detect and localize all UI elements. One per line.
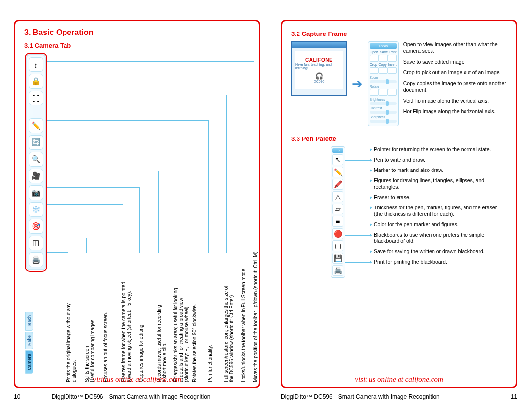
pen-icon[interactable]: ✏️ [29,118,43,133]
camera-tab-diagram: ↕ 🔒 ⛶ ✏️ 🔄 🔍 🎥 📷 ❄️ 🎯 ◫ 🖨️ Teach Make Ca… [24,53,250,388]
camera-toolbar: ↕ 🔒 ⛶ ✏️ 🔄 🔍 🎥 📷 ❄️ 🎯 ◫ 🖨️ [26,54,46,270]
print-icon[interactable]: 🖨️ [29,252,43,267]
save-bb-icon[interactable]: 💾 [332,253,343,264]
page-number: 10 [14,393,20,400]
pen-toolbar: – × ↖ ✏️ 🖍️ △ ▱ ≡ 🔴 ▢ 💾 🖨️ [331,146,345,278]
section-heading: 3. Basic Operation [24,28,250,37]
manual-page-right: 3.2 Capture Frame CALIFONE Have fun, tea… [281,20,517,388]
color-icon[interactable]: 🔴 [332,228,343,239]
insert-icon[interactable] [388,67,397,74]
tab-make[interactable]: Make [25,332,33,349]
move-icon[interactable]: ↕ [29,57,43,72]
blackboard-icon[interactable]: ▢ [332,240,343,251]
sharpness-slider[interactable] [370,120,397,123]
pen-palette-row: – × ↖ ✏️ 🖍️ △ ▱ ≡ 🔴 ▢ 💾 🖨️ Pointer for r… [291,146,507,278]
eraser-icon[interactable]: ▱ [332,204,343,214]
subsection-capture: 3.2 Capture Frame [291,30,507,37]
rotate-icon[interactable]: 🔄 [29,135,43,150]
label-freeze: Freezes frame for when the camera is poi… [121,282,132,382]
arrow-right-icon: ➔ [352,76,363,92]
hflip-icon[interactable] [379,89,388,96]
brand-tagline: Have fun, teaching, and learning! [295,63,343,69]
open-icon[interactable] [370,55,379,62]
tools-title: Tools [370,43,397,49]
model-label: DC596 [314,80,325,83]
save-icon[interactable] [379,55,388,62]
print-bb-icon[interactable]: 🖨️ [332,265,343,276]
label-lock: Locks/unlocks the toolbar when in Full S… [241,267,246,382]
split-icon[interactable]: ◫ [29,236,43,250]
lock-icon[interactable]: 🔒 [29,74,43,89]
freeze-icon[interactable]: ❄️ [29,202,43,217]
label-fullscreen: Full screen/restore icon; enlarges the s… [223,286,234,382]
pen-descriptions: Pointer for returning the screen to the … [360,146,507,269]
tab-teach[interactable]: Teach [25,312,33,331]
label-rotate: Rotates the selection 90° clockwise. [192,304,197,382]
label-print: Prints the original image without any di… [66,303,77,382]
pen-tool-icon[interactable]: ✏️ [332,167,343,177]
visit-link: visit us online at califone.com [15,376,259,384]
vflip-icon[interactable] [370,89,379,96]
label-focus: Focuses an out-of-focus screen. [103,312,108,382]
brand-logo: CALIFONE [305,57,332,63]
visit-link: visit us online at califone.com [282,376,516,384]
subsection-heading: 3.1 Camera Tab [24,42,250,49]
figures-icon[interactable]: △ [332,191,343,202]
label-zoom: Enlarges/shrinks an area; useful for loo… [173,288,189,382]
label-record: Records movie; useful for recording a sh… [156,305,167,382]
label-split: Splits the screen. Useful for comparing … [84,318,95,382]
footer-title: DiggiDitto™ DC596—Smart Camera with Imag… [281,393,440,400]
subsection-pen: 3.3 Pen Palette [291,135,507,142]
footer-right: DiggiDitto™ DC596—Smart Camera with Imag… [281,393,517,400]
fullscreen-icon[interactable]: ⛶ [29,91,43,105]
pointer-icon[interactable]: ↖ [332,154,343,165]
capture-descriptions: Open to view images other than what the … [403,41,507,119]
crop-icon[interactable] [370,67,379,74]
zoom-slider[interactable] [370,80,397,83]
brightness-slider[interactable] [370,102,397,105]
capture-icon[interactable]: 📷 [29,185,43,200]
tab-camera[interactable]: Camera [25,350,33,374]
pen-title: – × [332,148,343,153]
thickness-icon[interactable]: ≡ [332,216,343,227]
tools-panel: Tools OpenSavePrint CropCopyInsert Zoom … [368,41,399,126]
label-move: Moves the position of the toolbar up/dow… [253,251,258,382]
marker-icon[interactable]: 🖍️ [332,179,343,190]
footer-title: DiggiDitto™ DC596—Smart Camera with Imag… [52,393,211,400]
rot-icon[interactable] [388,89,397,96]
preview-window: CALIFONE Have fun, teaching, and learnin… [291,41,347,96]
contrast-slider[interactable] [370,111,397,114]
zoom-icon[interactable]: 🔍 [29,152,43,167]
capture-frame-row: CALIFONE Have fun, teaching, and learnin… [291,41,507,126]
record-icon[interactable]: 🎥 [29,169,43,183]
copy-icon[interactable] [379,67,388,74]
preview-titlebar [292,42,346,48]
manual-page-left: 3. Basic Operation 3.1 Camera Tab ↕ 🔒 ⛶ … [14,20,260,388]
label-capture: Captures image for editing. [138,323,144,382]
mode-tabs: Teach Make Camera [25,312,33,374]
page-number: 11 [511,393,517,400]
focus-icon[interactable]: 🎯 [29,219,43,234]
print-icon[interactable] [388,55,397,62]
footer-left: 10 DiggiDitto™ DC596—Smart Camera with I… [14,393,211,400]
